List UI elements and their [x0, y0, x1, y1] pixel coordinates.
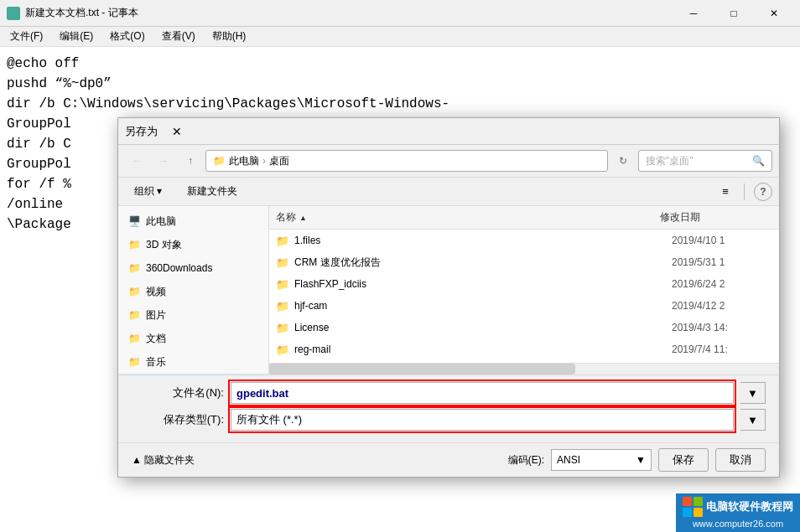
file-date-hjf: 2019/4/12 2	[672, 300, 772, 312]
nav-item-pictures[interactable]: 📁 图片	[118, 303, 268, 327]
windows-logo-icon	[683, 497, 703, 517]
folder-music-icon: 📁	[128, 356, 141, 368]
folder-3d-icon: 📁	[128, 239, 141, 251]
nav-label-docs: 文档	[146, 332, 166, 346]
titlebar-buttons: ─ □ ✕	[674, 1, 793, 26]
file-date-license: 2019/4/3 14:	[672, 322, 772, 333]
encoding-select[interactable]: ANSI ▼	[551, 449, 652, 471]
folder-docs-icon: 📁	[128, 333, 141, 344]
close-button[interactable]: ✕	[755, 1, 793, 26]
folder-icon-regmail: 📁	[276, 343, 289, 356]
filename-input[interactable]	[231, 382, 734, 404]
file-date-regmail: 2019/7/4 11:	[672, 343, 772, 355]
organize-button[interactable]: 组织 ▾	[125, 181, 171, 202]
hidden-files-label: ▲ 隐藏文件夹	[132, 453, 195, 467]
dialog-title: 另存为	[125, 124, 158, 139]
breadcrumb-desktop: 桌面	[269, 154, 289, 168]
folder-icon-hjf: 📁	[276, 300, 289, 312]
help-button[interactable]: ?	[754, 183, 772, 201]
dialog-toolbar: 组织 ▾ 新建文件夹 ≡ ?	[118, 178, 779, 206]
nav-item-video[interactable]: 📁 视频	[118, 280, 268, 303]
nav-item-360[interactable]: 📁 360Downloads	[118, 256, 268, 280]
content-line-1: @echo off	[7, 54, 793, 74]
folder-icon-license: 📁	[276, 322, 289, 334]
nav-label-360: 360Downloads	[146, 262, 212, 274]
dialog-close-button[interactable]: ✕	[158, 119, 196, 144]
folder-icon-flash: 📁	[276, 278, 289, 291]
filetype-row: 保存类型(T): 所有文件 (*.*) ▼	[132, 409, 766, 431]
file-date-1files: 2019/4/10 1	[672, 235, 772, 246]
file-name-crm: CRM 速度优化报告	[294, 256, 667, 270]
menu-edit[interactable]: 编辑(E)	[53, 28, 100, 45]
file-row-regmail[interactable]: 📁 reg-mail 2019/7/4 11:	[269, 338, 779, 360]
search-placeholder: 搜索"桌面"	[646, 154, 694, 168]
nav-item-music[interactable]: 📁 音乐	[118, 350, 268, 374]
breadcrumb-folder-icon: 📁	[213, 155, 226, 167]
search-box[interactable]: 搜索"桌面" 🔍	[638, 150, 772, 172]
watermark-line1: 电脑软硬件教程网	[706, 499, 793, 514]
nav-item-docs[interactable]: 📁 文档	[118, 327, 268, 350]
horizontal-scrollbar[interactable]	[269, 363, 779, 374]
nav-item-3d[interactable]: 📁 3D 对象	[118, 233, 268, 256]
view-toggle-button[interactable]: ≡	[714, 182, 737, 202]
new-folder-button[interactable]: 新建文件夹	[178, 181, 247, 202]
nav-item-pc[interactable]: 🖥️ 此电脑	[118, 209, 268, 233]
menu-view[interactable]: 查看(V)	[155, 28, 202, 45]
menu-format[interactable]: 格式(O)	[103, 28, 151, 45]
file-name-hjf: hjf-cam	[294, 300, 667, 312]
nav-label-pc: 此电脑	[146, 214, 176, 229]
sort-arrow-icon: ▲	[299, 214, 307, 222]
file-row-license[interactable]: 📁 License 2019/4/3 14:	[269, 317, 779, 338]
file-row-crm[interactable]: 📁 CRM 速度优化报告 2019/5/31 1	[269, 251, 779, 273]
forward-button[interactable]: →	[152, 150, 175, 172]
filetype-dropdown[interactable]: ▼	[740, 409, 766, 431]
filetype-select[interactable]: 所有文件 (*.*)	[231, 409, 734, 431]
dialog-addressbar: ← → ↑ 📁 此电脑 › 桌面 ↻ 搜索"桌面" 🔍	[118, 145, 779, 178]
cancel-button[interactable]: 取消	[715, 448, 766, 472]
folder-pictures-icon: 📁	[128, 309, 141, 321]
filename-row: 文件名(N): ▼	[132, 382, 766, 404]
minimize-button[interactable]: ─	[674, 1, 713, 26]
back-button[interactable]: ←	[125, 150, 148, 172]
dialog-main: 🖥️ 此电脑 📁 3D 对象 📁 360Downloads 📁 视频 📁 图片 …	[118, 206, 779, 374]
save-button[interactable]: 保存	[658, 448, 709, 472]
encoding-label: 编码(E):	[508, 453, 544, 467]
dialog-bottom: 文件名(N): ▼ 保存类型(T): 所有文件 (*.*) ▼	[118, 374, 779, 442]
refresh-button[interactable]: ↻	[611, 150, 635, 172]
menu-file[interactable]: 文件(F)	[3, 28, 49, 45]
file-row-1files[interactable]: 📁 1.files 2019/4/10 1	[269, 230, 779, 251]
file-list-area: 名称 ▲ 修改日期 📁 1.files 2019/4/10 1 📁 CRM 速度…	[269, 206, 779, 374]
file-date-crm: 2019/5/31 1	[672, 256, 772, 268]
col-header-date[interactable]: 修改日期	[660, 210, 761, 225]
breadcrumb: 📁 此电脑 › 桌面	[213, 154, 289, 168]
menu-help[interactable]: 帮助(H)	[205, 28, 253, 45]
file-row-hjf[interactable]: 📁 hjf-cam 2019/4/12 2	[269, 295, 779, 317]
nav-label-music: 音乐	[146, 355, 166, 369]
content-line-2: pushd “%~dp0”	[7, 74, 793, 94]
file-row-flash[interactable]: 📁 FlashFXP_idciis 2019/6/24 2	[269, 273, 779, 295]
filetype-label: 保存类型(T):	[132, 412, 224, 427]
up-button[interactable]: ↑	[179, 150, 202, 172]
file-name-regmail: reg-mail	[294, 343, 667, 355]
save-as-dialog: 另存为 ✕ ← → ↑ 📁 此电脑 › 桌面 ↻ 搜索"桌面" 🔍 组织 ▾ 新…	[117, 117, 780, 478]
col-header-name[interactable]: 名称 ▲	[276, 210, 660, 225]
breadcrumb-pc: 此电脑	[229, 154, 259, 168]
notepad-titlebar: 新建文本文档.txt - 记事本 ─ □ ✕	[0, 0, 800, 27]
pc-icon: 🖥️	[128, 215, 141, 227]
filetype-value: 所有文件 (*.*)	[236, 412, 302, 427]
hidden-files-toggle[interactable]: ▲ 隐藏文件夹	[132, 453, 195, 467]
search-icon: 🔍	[752, 155, 765, 167]
nav-label-3d: 3D 对象	[146, 238, 182, 252]
notepad-icon	[7, 7, 20, 20]
folder-icon-crm: 📁	[276, 256, 289, 269]
notepad-menubar: 文件(F) 编辑(E) 格式(O) 查看(V) 帮助(H)	[0, 27, 800, 47]
filename-dropdown[interactable]: ▼	[740, 382, 766, 404]
breadcrumb-sep1: ›	[262, 155, 266, 167]
file-list-header: 名称 ▲ 修改日期	[269, 206, 779, 230]
address-bar[interactable]: 📁 此电脑 › 桌面	[205, 150, 608, 172]
notepad-title: 新建文本文档.txt - 记事本	[25, 6, 669, 20]
file-list: 📁 1.files 2019/4/10 1 📁 CRM 速度优化报告 2019/…	[269, 230, 779, 363]
maximize-button[interactable]: □	[714, 1, 753, 26]
watermark-line2: www.computer26.com	[693, 519, 783, 529]
nav-label-pictures: 图片	[146, 308, 166, 323]
